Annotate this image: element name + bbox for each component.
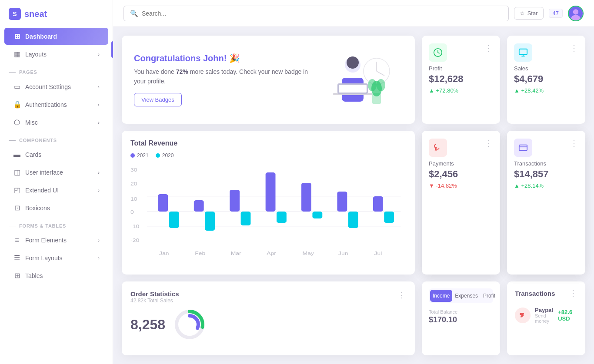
sidebar-item-extended-ui[interactable]: ◰ Extended UI › <box>4 182 108 199</box>
misc-icon: ⬡ <box>13 118 21 126</box>
stat-card-header: ⋮ <box>429 43 493 62</box>
profit-icon <box>429 43 447 62</box>
star-count: 47 <box>549 9 563 18</box>
svg-rect-39 <box>241 212 251 225</box>
congrats-text: Congratulations John! 🎉 You have done 72… <box>134 53 316 107</box>
main-content: 🔍 ☆ Star 47 Congratulations John! 🎉 <box>113 0 594 364</box>
profit-card: ⋮ Profit $12,628 ▲ +72.80% <box>422 36 500 124</box>
sidebar-item-label: Extended UI <box>25 187 59 194</box>
sales-menu-dots[interactable]: ⋮ <box>570 43 578 53</box>
payments-label: Payments <box>429 160 493 167</box>
order-stats-subtitle: 42.82k Total Sales <box>130 298 179 304</box>
star-button[interactable]: ☆ Star <box>514 7 544 20</box>
svg-rect-40 <box>277 212 287 223</box>
svg-text:0: 0 <box>130 209 134 215</box>
transactions-menu-dots[interactable]: ⋮ <box>570 139 578 148</box>
transactions-change: ▲ +28.14% <box>514 182 578 189</box>
svg-text:Mar: Mar <box>231 251 241 256</box>
sidebar-item-dashboard[interactable]: ⊞ Dashboard <box>4 28 108 45</box>
order-stats-header: Order Statistics 42.82k Total Sales ⋮ <box>130 290 406 304</box>
sidebar-item-tables[interactable]: ⊞ Tables <box>4 267 108 284</box>
svg-rect-35 <box>337 192 347 212</box>
svg-point-8 <box>368 79 377 91</box>
revenue-chart: 30 20 10 0 -10 -20 <box>130 164 406 259</box>
search-box[interactable]: 🔍 <box>123 6 509 21</box>
sidebar-item-label: Account Settings <box>25 83 71 90</box>
congrats-desc: You have done 72% more sales today. Chec… <box>134 67 316 86</box>
ui-icon: ◫ <box>13 168 21 176</box>
sales-up-arrow: ▲ <box>514 87 520 94</box>
profit-tab[interactable]: Profit <box>481 290 498 302</box>
payments-change: ▼ -14.82% <box>429 182 493 189</box>
arrow-icon: › <box>98 255 100 261</box>
payments-icon <box>429 139 447 157</box>
sidebar: S sneat ⊞ Dashboard ▦ Layouts › PAGES ▭ … <box>0 0 113 364</box>
svg-text:30: 30 <box>130 167 137 172</box>
balance-value: $170.10 <box>429 315 493 324</box>
svg-text:-20: -20 <box>130 238 139 243</box>
arrow-icon: › <box>98 238 100 243</box>
arrow-icon: › <box>98 170 100 175</box>
congrats-illustration <box>316 50 403 110</box>
transactions-menu[interactable]: ⋮ <box>569 288 577 298</box>
profit-up-arrow: ▲ <box>429 87 434 94</box>
svg-text:Feb: Feb <box>195 251 205 256</box>
tab-buttons: Income Expenses Profit <box>429 288 493 303</box>
sales-change: ▲ +28.42% <box>514 87 578 94</box>
svg-rect-16 <box>339 85 367 93</box>
order-stats-menu[interactable]: ⋮ <box>398 290 406 300</box>
transaction-amount: +82.6 USD <box>558 309 577 322</box>
income-tab[interactable]: Income <box>430 290 452 302</box>
logo-icon: S <box>9 8 21 20</box>
sidebar-item-account-settings[interactable]: ▭ Account Settings › <box>4 78 108 95</box>
congrats-card: Congratulations John! 🎉 You have done 72… <box>122 36 415 124</box>
sidebar-item-user-interface[interactable]: ◫ User interface › <box>4 164 108 181</box>
sidebar-item-label: Cards <box>25 151 41 158</box>
arrow-icon: › <box>98 102 100 107</box>
stat-card-header: ⋮ <box>514 43 578 62</box>
expenses-tab[interactable]: Expenses <box>452 290 481 302</box>
avatar[interactable] <box>568 6 584 21</box>
arrow-icon: › <box>98 84 100 89</box>
sales-icon <box>514 43 532 62</box>
sidebar-item-label: Layouts <box>25 51 47 58</box>
search-input[interactable] <box>142 10 502 17</box>
revenue-card: Total Revenue 2021 2020 30 20 10 0 <box>122 131 415 275</box>
dashboard-icon: ⊞ <box>13 32 21 40</box>
sidebar-item-label: Form Elements <box>25 237 67 244</box>
svg-line-5 <box>377 71 384 76</box>
arrow-icon: › <box>98 52 100 57</box>
dashboard-content: Congratulations John! 🎉 You have done 72… <box>113 27 594 364</box>
svg-rect-18 <box>519 49 527 55</box>
sidebar-item-form-layouts[interactable]: ☰ Form Layouts › <box>4 249 108 266</box>
sidebar-item-cards[interactable]: ▬ Cards <box>4 146 108 163</box>
sidebar-item-form-elements[interactable]: ≡ Form Elements › <box>4 232 108 248</box>
sidebar-item-layouts[interactable]: ▦ Layouts › <box>4 46 108 63</box>
svg-point-56 <box>181 316 198 333</box>
profit-menu-dots[interactable]: ⋮ <box>485 43 493 53</box>
legend-2021: 2021 <box>130 152 149 159</box>
sidebar-item-label: Misc <box>25 119 38 126</box>
app-logo[interactable]: S sneat <box>0 0 113 27</box>
view-badges-button[interactable]: View Badges <box>134 93 182 106</box>
svg-text:-10: -10 <box>130 224 139 229</box>
components-section-label: COMPONENTS <box>0 132 113 146</box>
congrats-title: Congratulations John! 🎉 <box>134 53 316 63</box>
svg-rect-43 <box>384 212 394 223</box>
payments-value: $2,456 <box>429 169 493 180</box>
income-tabs-card: Income Expenses Profit Total Balance $17… <box>422 281 500 355</box>
payments-menu-dots[interactable]: ⋮ <box>485 139 493 148</box>
form-el-icon: ≡ <box>13 236 21 244</box>
svg-text:Jan: Jan <box>159 251 169 256</box>
transactions-stat-card: ⋮ Transactions $14,857 ▲ +28.14% <box>507 131 585 275</box>
sidebar-item-misc[interactable]: ⬡ Misc › <box>4 114 108 131</box>
sidebar-item-label: User interface <box>25 169 63 176</box>
svg-text:Jul: Jul <box>374 251 382 256</box>
sidebar-item-authentications[interactable]: 🔒 Authentications › <box>4 96 108 113</box>
transaction-item: Paypal Send money +82.6 USD <box>515 304 577 326</box>
sidebar-item-boxicons[interactable]: ⊡ Boxicons <box>4 199 108 216</box>
sidebar-item-label: Boxicons <box>25 205 50 212</box>
star-icon: ☆ <box>520 10 525 17</box>
transactions-icon <box>514 139 532 157</box>
tables-icon: ⊞ <box>13 271 21 280</box>
